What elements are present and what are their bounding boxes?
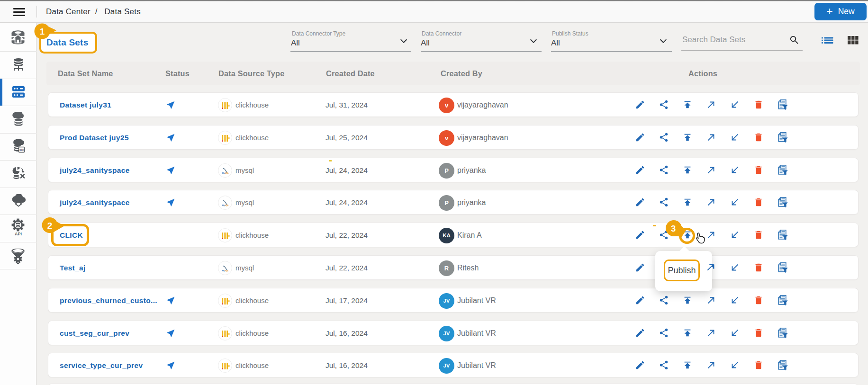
svg-text:1: 1 [40, 27, 45, 36]
svg-text:API: API [15, 232, 22, 236]
svg-text:</>: </> [19, 148, 24, 152]
svg-text:2: 2 [47, 221, 53, 231]
svg-text:3: 3 [671, 224, 676, 233]
